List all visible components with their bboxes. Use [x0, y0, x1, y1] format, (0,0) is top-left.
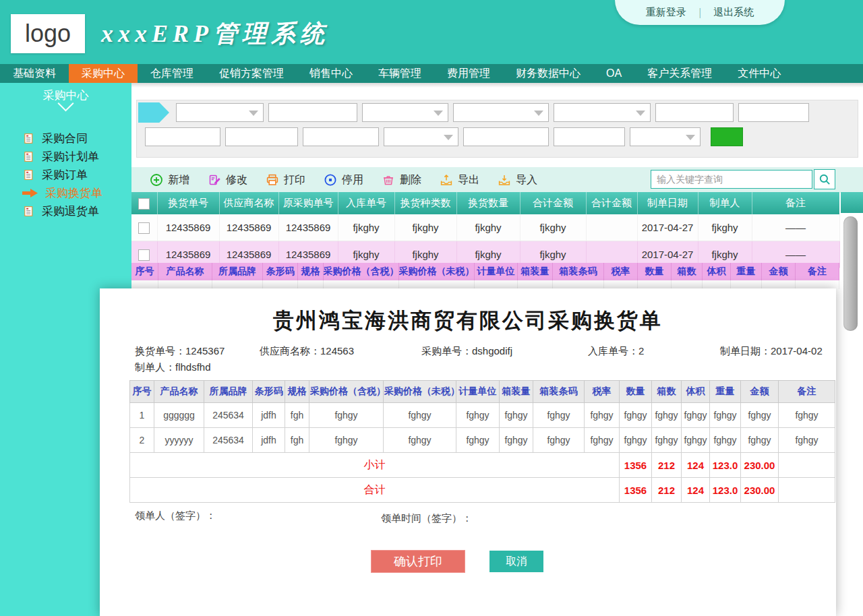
filter-select[interactable]: [453, 103, 549, 122]
doc-icon: [22, 205, 36, 218]
print-preview-modal: 贵州鸿宝海洪商贸有限公司采购换货单 换货单号：1245367供应商名称：1245…: [100, 288, 836, 616]
toolbar-import-button[interactable]: 导入: [498, 173, 537, 187]
modal-info-item: 换货单号：1245367: [135, 345, 225, 358]
modal-info-item: 供应商名称：124563: [260, 345, 354, 358]
chevron-down-icon: [534, 111, 543, 116]
table-scrollbar[interactable]: [843, 216, 858, 331]
modal-cell: 1: [130, 403, 154, 428]
nav-item-8[interactable]: 财务数据中心: [503, 64, 593, 83]
confirm-print-button[interactable]: 确认打印: [371, 550, 465, 573]
sidebar-item-label: 采购换货单: [45, 185, 102, 201]
nav-item-11[interactable]: 文件中心: [725, 64, 794, 83]
detail-column-header: 备注: [796, 263, 839, 280]
relogin-link[interactable]: 重新登录: [646, 6, 686, 19]
filter-submit-button[interactable]: [711, 127, 743, 146]
filter-input[interactable]: [225, 127, 298, 146]
filter-row-1: [176, 103, 809, 122]
detail-subheader-row: 序号产品名称所属品牌条形码规格采购价格（含税）采购价格（未税）计量单位箱装量箱装…: [131, 263, 839, 280]
filter-select[interactable]: [384, 127, 458, 146]
modal-cell: fghgy: [384, 428, 456, 453]
modal-column-header: 规格: [285, 381, 309, 403]
filter-panel: [136, 100, 858, 158]
stop-icon: [324, 173, 337, 187]
filter-select[interactable]: [176, 103, 264, 122]
modal-column-header: 数量: [620, 381, 652, 403]
filter-input[interactable]: [463, 127, 549, 146]
total-value: 123.0: [710, 478, 741, 503]
export-icon: [440, 173, 453, 187]
detail-column-header: 规格: [298, 263, 324, 280]
detail-column-header: 采购价格（含税）: [324, 263, 399, 280]
filter-select[interactable]: [630, 127, 701, 146]
modal-cell: fghgy: [500, 428, 533, 453]
modal-cell: fghgy: [500, 403, 533, 428]
modal-column-header: 计量单位: [456, 381, 500, 403]
modal-cell: fghgy: [456, 428, 500, 453]
cancel-button[interactable]: 取消: [489, 551, 543, 572]
filter-select[interactable]: [362, 103, 448, 122]
toolbar-stop-button[interactable]: 停用: [324, 173, 363, 187]
toolbar-export-button[interactable]: 导出: [440, 173, 479, 187]
total-value: 230.00: [741, 453, 779, 478]
search-input[interactable]: [651, 170, 812, 189]
modal-cell: fghgy: [585, 428, 620, 453]
sidebar-item-5[interactable]: 采购退货单: [22, 202, 131, 220]
filter-arrow-icon: [138, 102, 169, 123]
sidebar-item-4[interactable]: 采购换货单: [22, 184, 131, 202]
total-value: [779, 478, 835, 503]
sign-person-label: 领单人（签字）：: [135, 510, 216, 522]
nav-item-2[interactable]: 采购中心: [69, 64, 138, 83]
sidebar-item-3[interactable]: 采购订单: [22, 166, 131, 184]
nav-item-7[interactable]: 费用管理: [434, 64, 503, 83]
column-header: 合计金额: [586, 192, 637, 214]
modal-cell: jdfh: [253, 403, 285, 428]
column-header: 供应商名称: [219, 192, 278, 214]
filter-input[interactable]: [554, 127, 625, 146]
toolbar-buttons: 新增修改打印停用删除导出导入: [131, 173, 537, 187]
total-value: 230.00: [741, 478, 779, 503]
filter-input[interactable]: [268, 103, 357, 122]
row-checkbox[interactable]: [138, 249, 150, 261]
logout-link[interactable]: 退出系统: [713, 6, 754, 19]
total-value: [779, 453, 835, 478]
toolbar-printer-button[interactable]: 打印: [266, 173, 305, 187]
modal-cell: fghgy: [741, 403, 779, 428]
search-button[interactable]: [814, 169, 835, 189]
sidebar-item-1[interactable]: 采购合同: [22, 129, 131, 148]
filter-input[interactable]: [655, 103, 734, 122]
filter-input[interactable]: [303, 127, 379, 146]
toolbar-button-label: 新增: [168, 173, 189, 187]
table-header-spacer: [841, 192, 863, 213]
row-select-cell: [131, 214, 157, 241]
nav-item-9[interactable]: OA: [593, 64, 634, 83]
arrow-right-icon: [22, 187, 39, 199]
nav-item-3[interactable]: 仓库管理: [138, 64, 206, 83]
select-all-checkbox[interactable]: [138, 198, 150, 210]
modal-cell: fghgy: [309, 428, 384, 453]
sidebar-item-label: 采购订单: [42, 167, 88, 183]
nav-item-10[interactable]: 客户关系管理: [634, 64, 725, 83]
modal-cell: fghgy: [533, 428, 585, 453]
nav-item-5[interactable]: 销售中心: [297, 64, 365, 83]
filter-input[interactable]: [738, 103, 809, 122]
toolbar-button-label: 导出: [458, 173, 479, 187]
filter-select[interactable]: [554, 103, 651, 122]
detail-column-header: 箱装条码: [553, 263, 604, 280]
toolbar-button-label: 打印: [284, 173, 305, 187]
modal-column-header: 金额: [741, 381, 779, 403]
row-checkbox[interactable]: [138, 222, 150, 234]
nav-item-1[interactable]: 基础资料: [0, 64, 69, 83]
column-header: 合计金额: [520, 192, 586, 214]
total-value: 1356: [620, 478, 652, 503]
toolbar-edit-button[interactable]: 修改: [208, 173, 247, 187]
table-row[interactable]: 124358691243586912435869fjkghyfjkghyfjkg…: [131, 214, 839, 241]
nav-item-6[interactable]: 车辆管理: [365, 64, 434, 83]
modal-column-header: 采购价格（未税）: [384, 381, 456, 403]
logo: logo: [11, 14, 85, 53]
nav-item-4[interactable]: 促销方案管理: [206, 64, 297, 83]
toolbar-trash-button[interactable]: 删除: [382, 173, 421, 187]
toolbar-plus-circle-button[interactable]: 新增: [150, 173, 189, 187]
filter-input[interactable]: [145, 127, 220, 146]
sidebar-item-2[interactable]: 采购计划单: [22, 148, 131, 166]
table-cell: fjkghy: [338, 214, 394, 241]
